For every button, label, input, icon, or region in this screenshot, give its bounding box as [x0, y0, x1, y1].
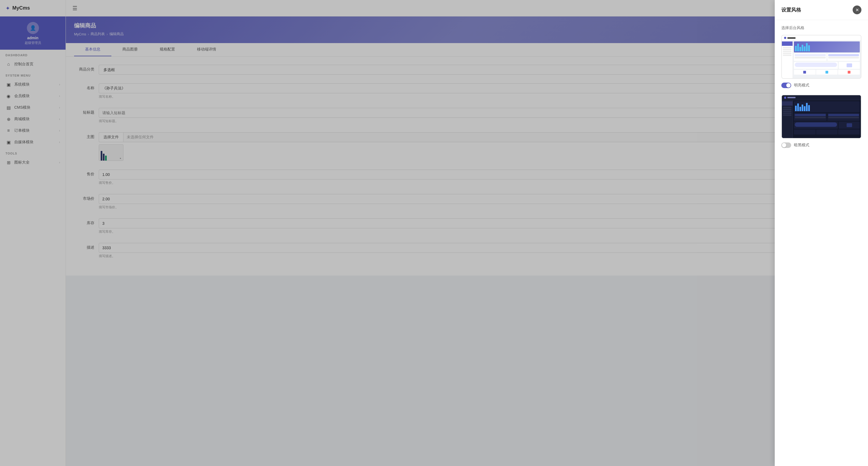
light-mode-toggle[interactable] — [781, 83, 791, 88]
dp-bar — [804, 106, 805, 111]
lp-bar — [806, 43, 808, 51]
dp-logo-text — [787, 97, 796, 98]
light-mode-toggle-row: 明亮模式 — [781, 82, 861, 89]
dp-bar — [795, 106, 797, 111]
dp-sidebar-item — [783, 111, 792, 112]
toggle-knob — [782, 143, 786, 147]
lp-sidebar — [782, 40, 793, 79]
dark-theme-preview[interactable] — [781, 95, 861, 139]
light-mode-label: 明亮模式 — [794, 83, 809, 88]
dp-header — [782, 95, 861, 100]
lp-main-content — [793, 40, 861, 79]
settings-close-button[interactable]: ✕ — [852, 5, 861, 14]
dp-sidebar — [782, 100, 793, 139]
lp-logo-dot — [784, 37, 786, 39]
lp-bar — [795, 46, 797, 51]
theme-option-light: 明亮模式 — [781, 35, 861, 89]
dark-mode-label: 暗黑模式 — [794, 143, 809, 148]
lp-bar — [799, 47, 801, 51]
light-theme-preview[interactable] — [781, 35, 861, 79]
lp-sidebar-user — [782, 41, 793, 46]
overlay[interactable] — [0, 0, 868, 466]
close-icon: ✕ — [856, 7, 859, 12]
settings-header: 设置风格 ✕ — [775, 0, 868, 20]
dp-sidebar-item — [783, 114, 792, 116]
dp-sidebar-item — [783, 107, 792, 108]
dp-sidebar-user — [782, 101, 793, 106]
dark-mode-toggle-row: 暗黑模式 — [781, 141, 861, 149]
dp-body — [782, 100, 861, 139]
toggle-knob — [786, 83, 790, 88]
dp-main-content — [793, 100, 861, 139]
dp-logo-dot — [784, 96, 786, 99]
dp-bar — [806, 103, 808, 111]
settings-title: 设置风格 — [781, 7, 801, 13]
lp-bar — [802, 45, 803, 51]
dp-bar — [802, 105, 803, 111]
lp-sidebar-item — [783, 47, 792, 48]
lp-sidebar-item — [783, 51, 792, 52]
lp-logo-text — [787, 37, 796, 39]
dp-sidebar-item — [783, 113, 792, 114]
settings-panel: 设置风格 ✕ 选择后台风格 — [775, 0, 868, 466]
dp-chart-area — [794, 101, 860, 112]
lp-sidebar-item — [783, 49, 792, 50]
lp-bar — [797, 43, 799, 51]
dp-sidebar-item — [783, 109, 792, 110]
theme-option-dark: 暗黑模式 — [781, 95, 861, 149]
settings-section-title: 选择后台风格 — [781, 26, 861, 30]
lp-bar — [808, 45, 810, 51]
lp-body — [782, 40, 861, 79]
dark-mode-toggle[interactable] — [781, 142, 791, 148]
lp-header — [782, 35, 861, 40]
dp-bar — [808, 105, 810, 111]
lp-sidebar-item — [783, 55, 792, 56]
lp-sidebar-item — [783, 53, 792, 54]
lp-chart-area — [794, 41, 860, 52]
dp-bar — [799, 107, 801, 111]
dp-bar — [797, 104, 799, 111]
lp-bar — [804, 47, 805, 51]
settings-section: 选择后台风格 — [775, 20, 868, 160]
